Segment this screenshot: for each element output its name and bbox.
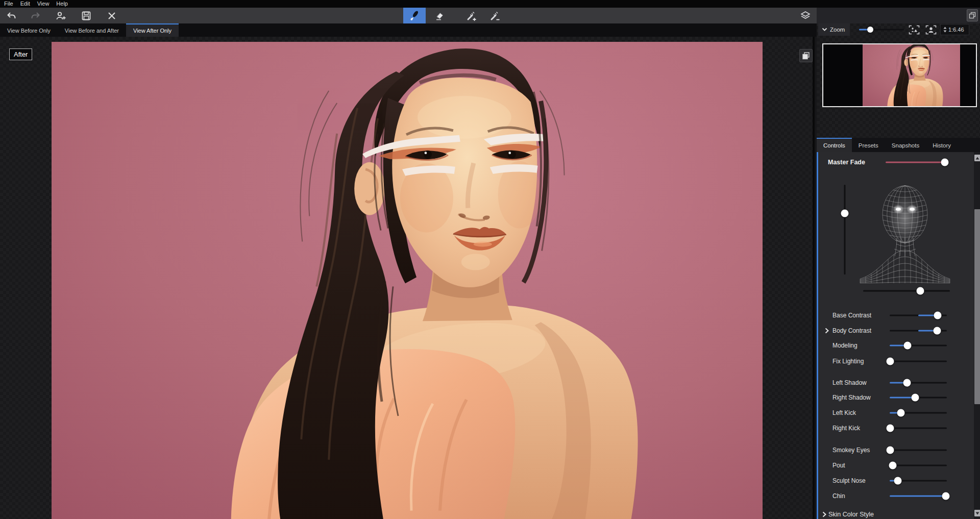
face-vertical-slider[interactable] bbox=[840, 185, 850, 275]
view-tab-bar: View Before Only View Before and After V… bbox=[0, 23, 817, 37]
master-fade-slider[interactable] bbox=[886, 157, 949, 167]
tab-view-before-only[interactable]: View Before Only bbox=[0, 23, 58, 37]
slider-row-right-kick: Right Kick bbox=[818, 423, 974, 433]
master-fade-fill bbox=[886, 162, 945, 163]
panel-header-bar bbox=[817, 8, 980, 23]
chevron-right-icon[interactable] bbox=[824, 328, 830, 334]
tab-label: Snapshots bbox=[892, 142, 919, 149]
slider-thumb-right-kick[interactable] bbox=[887, 425, 894, 432]
slider-pout[interactable] bbox=[890, 460, 947, 471]
slider-smokey-eyes[interactable] bbox=[890, 445, 947, 455]
tab-label: View After Only bbox=[133, 28, 172, 34]
slider-left-kick[interactable] bbox=[890, 408, 947, 418]
zoom-ratio-field[interactable]: 1:6.46 bbox=[940, 24, 969, 35]
tab-controls[interactable]: Controls bbox=[817, 138, 852, 152]
face-vertical-thumb[interactable] bbox=[841, 210, 849, 217]
undo-icon bbox=[6, 11, 16, 21]
redo-button[interactable] bbox=[28, 9, 43, 22]
photo-canvas[interactable]: After bbox=[0, 37, 815, 519]
slider-left-shadow[interactable] bbox=[890, 378, 947, 388]
spin-arrows-icon bbox=[943, 27, 947, 33]
tool-brush-add[interactable] bbox=[460, 8, 483, 23]
zoom-section-toggle[interactable]: Zoom bbox=[818, 23, 850, 36]
panel-scrollbar[interactable] bbox=[974, 152, 980, 519]
navigator-frame[interactable] bbox=[822, 43, 977, 107]
slider-chin[interactable] bbox=[890, 491, 947, 501]
slider-thumb-base-contrast[interactable] bbox=[934, 312, 942, 319]
section-label-skin-color-style: Skin Color Style bbox=[828, 509, 874, 519]
panel-tab-bar: Controls Presets Snapshots History bbox=[817, 138, 980, 152]
slider-body-contrast[interactable] bbox=[890, 326, 947, 336]
controls-panel: Master Fade bbox=[817, 152, 980, 519]
zoom-ratio-value: 1:6.46 bbox=[948, 27, 964, 33]
slider-thumb-smokey-eyes[interactable] bbox=[887, 447, 894, 454]
tab-view-after-only[interactable]: View After Only bbox=[126, 23, 179, 37]
slider-thumb-right-shadow[interactable] bbox=[912, 394, 919, 402]
tool-brush-remove[interactable] bbox=[484, 8, 506, 23]
menu-edit[interactable]: Edit bbox=[20, 0, 36, 8]
brush-remove-icon bbox=[488, 10, 502, 22]
slider-thumb-fix-lighting[interactable] bbox=[887, 358, 894, 365]
slider-label-left-kick: Left Kick bbox=[832, 408, 856, 418]
face-horizontal-thumb[interactable] bbox=[917, 287, 924, 295]
fit-face-button[interactable] bbox=[925, 24, 937, 35]
tool-brush[interactable] bbox=[403, 8, 426, 23]
slider-thumb-sculpt-nose[interactable] bbox=[894, 477, 901, 485]
slider-label-left-shadow: Left Shadow bbox=[832, 378, 867, 388]
zoom-slider[interactable] bbox=[859, 24, 904, 35]
slider-modeling[interactable] bbox=[890, 340, 947, 351]
scroll-down-button[interactable] bbox=[974, 510, 980, 516]
tab-label: Presets bbox=[859, 142, 878, 149]
slider-right-shadow[interactable] bbox=[890, 392, 947, 403]
slider-label-body-contrast: Body Contrast bbox=[832, 326, 871, 336]
section-row-skin-color-style[interactable]: Skin Color Style bbox=[818, 509, 974, 519]
master-fade-label: Master Fade bbox=[828, 157, 865, 167]
scrollbar-thumb[interactable] bbox=[974, 209, 980, 404]
tab-history[interactable]: History bbox=[926, 138, 958, 152]
menu-help[interactable]: Help bbox=[56, 0, 74, 8]
menu-file[interactable]: File bbox=[4, 0, 19, 8]
slider-right-kick[interactable] bbox=[890, 423, 947, 433]
compare-view-button[interactable] bbox=[799, 49, 813, 62]
slider-row-pout: Pout bbox=[818, 460, 974, 471]
float-panel-button[interactable] bbox=[967, 9, 978, 21]
slider-thumb-left-kick[interactable] bbox=[897, 409, 905, 417]
slider-row-modeling: Modeling bbox=[818, 340, 974, 351]
slider-thumb-body-contrast[interactable] bbox=[933, 327, 941, 335]
master-fade-thumb[interactable] bbox=[941, 159, 949, 166]
menu-view[interactable]: View bbox=[37, 0, 55, 8]
navigator-thumbnail bbox=[863, 44, 960, 106]
slider-thumb-modeling[interactable] bbox=[903, 342, 911, 350]
add-face-button[interactable] bbox=[54, 9, 69, 22]
zoom-slider-thumb[interactable] bbox=[867, 27, 873, 33]
chevron-right-icon[interactable] bbox=[821, 511, 827, 517]
layers-button[interactable] bbox=[798, 9, 813, 22]
slider-thumb-pout[interactable] bbox=[889, 462, 896, 469]
portrait-photo bbox=[52, 42, 763, 519]
save-icon bbox=[81, 11, 91, 21]
compare-icon bbox=[801, 51, 811, 60]
tab-snapshots[interactable]: Snapshots bbox=[885, 138, 926, 152]
slider-sculpt-nose[interactable] bbox=[890, 476, 947, 486]
scroll-up-button[interactable] bbox=[974, 155, 980, 161]
fit-image-button[interactable] bbox=[908, 24, 920, 35]
tab-label: View Before and After bbox=[65, 28, 119, 34]
tab-view-before-and-after[interactable]: View Before and After bbox=[58, 23, 126, 37]
close-session-button[interactable] bbox=[104, 9, 119, 22]
slider-label-chin: Chin bbox=[832, 491, 845, 501]
slider-label-fix-lighting: Fix Lighting bbox=[832, 356, 864, 366]
slider-label-base-contrast: Base Contrast bbox=[832, 310, 871, 320]
undo-button[interactable] bbox=[4, 9, 19, 22]
tool-eraser[interactable] bbox=[429, 8, 451, 23]
app-window: File Edit View Help bbox=[0, 0, 980, 519]
slider-thumb-chin[interactable] bbox=[942, 492, 949, 500]
slider-label-smokey-eyes: Smokey Eyes bbox=[832, 445, 870, 455]
slider-thumb-left-shadow[interactable] bbox=[903, 379, 911, 387]
face-horizontal-slider[interactable] bbox=[863, 286, 950, 296]
tab-presets[interactable]: Presets bbox=[852, 138, 885, 152]
save-button[interactable] bbox=[79, 9, 94, 22]
slider-row-chin: Chin bbox=[818, 491, 974, 501]
slider-base-contrast[interactable] bbox=[890, 310, 947, 320]
slider-row-smokey-eyes: Smokey Eyes bbox=[818, 445, 974, 455]
slider-fix-lighting[interactable] bbox=[890, 356, 947, 366]
